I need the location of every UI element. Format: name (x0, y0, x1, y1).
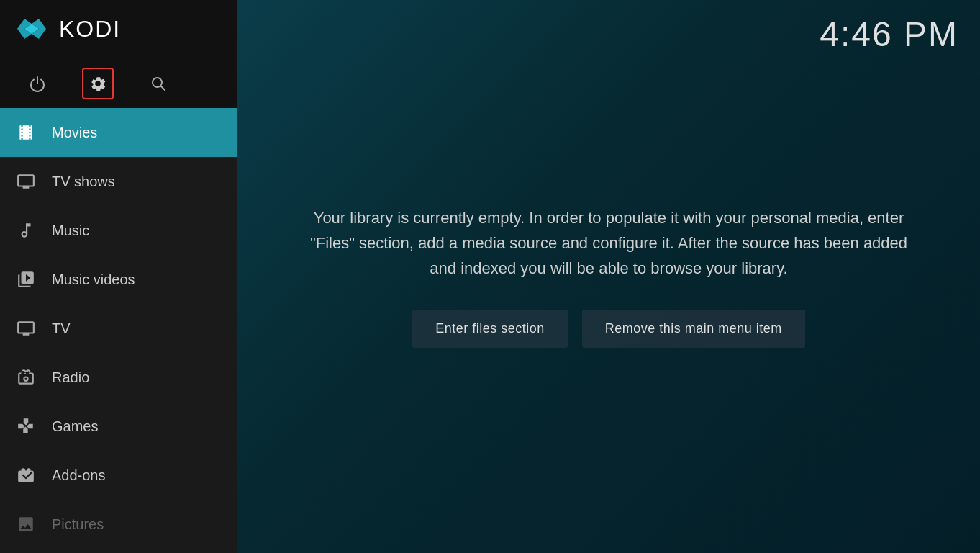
sidebar-label-music-videos: Music videos (52, 271, 135, 288)
settings-button[interactable] (82, 68, 114, 99)
sidebar-label-games: Games (52, 418, 98, 435)
kodi-logo-icon (14, 12, 49, 46)
sidebar-item-music[interactable]: Music (0, 206, 237, 255)
sidebar-label-tv: TV (52, 320, 71, 337)
svg-line-6 (161, 86, 165, 90)
sidebar-item-tv-shows[interactable]: TV shows (0, 157, 237, 206)
radio-icon (14, 366, 37, 389)
toolbar (0, 58, 237, 108)
action-buttons: Enter files section Remove this main men… (412, 310, 805, 348)
remove-menu-item-button[interactable]: Remove this main menu item (582, 310, 805, 348)
music-icon (14, 219, 37, 242)
add-ons-icon (14, 464, 37, 487)
power-button[interactable] (22, 68, 53, 99)
sidebar-item-games[interactable]: Games (0, 402, 237, 451)
sidebar-item-add-ons[interactable]: Add-ons (0, 451, 237, 500)
main-content: 4:46 PM Your library is currently empty.… (237, 0, 980, 553)
sidebar-label-movies: Movies (52, 125, 97, 141)
nav-menu: Movies TV shows Music Music videos (0, 108, 237, 553)
content-area: Your library is currently empty. In orde… (237, 0, 980, 553)
logo-area: KODI (0, 0, 237, 58)
music-videos-icon (14, 268, 37, 291)
sidebar: KODI (0, 0, 237, 553)
sidebar-label-music: Music (52, 222, 89, 239)
tv-icon (14, 317, 37, 340)
app-title: KODI (59, 16, 121, 42)
sidebar-label-pictures: Pictures (52, 516, 104, 533)
tv-shows-icon (14, 170, 37, 193)
clock-display: 4:46 PM (820, 14, 958, 54)
sidebar-item-tv[interactable]: TV (0, 304, 237, 353)
pictures-icon (14, 513, 37, 536)
sidebar-item-music-videos[interactable]: Music videos (0, 255, 237, 304)
sidebar-label-radio: Radio (52, 369, 89, 386)
empty-library-message: Your library is currently empty. In orde… (295, 205, 922, 282)
movies-icon (14, 121, 37, 144)
enter-files-section-button[interactable]: Enter files section (412, 310, 568, 348)
sidebar-item-radio[interactable]: Radio (0, 353, 237, 402)
sidebar-item-pictures[interactable]: Pictures (0, 500, 237, 549)
games-icon (14, 415, 37, 438)
sidebar-label-tv-shows: TV shows (52, 174, 115, 190)
search-button[interactable] (142, 68, 174, 99)
sidebar-label-add-ons: Add-ons (52, 467, 106, 484)
sidebar-item-movies[interactable]: Movies (0, 108, 237, 157)
